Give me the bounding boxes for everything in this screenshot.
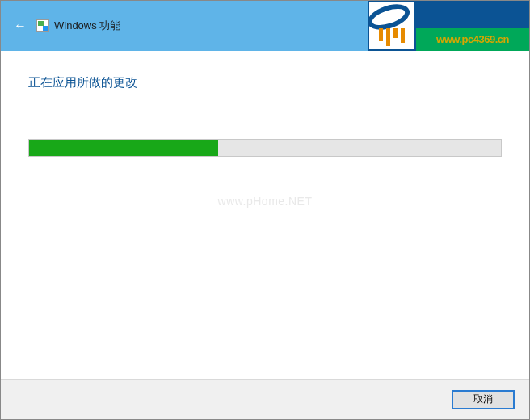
content-area: 正在应用所做的更改 [1,51,529,157]
logo-url: www.pc4369.cn [416,28,529,51]
progress-fill [29,140,218,156]
watermark-text: www.pHome.NET [218,195,313,208]
cancel-button[interactable]: 取消 [452,390,515,410]
window-title: Windows 功能 [54,19,120,33]
progress-bar [28,139,502,157]
footer-bar: 取消 [1,379,529,419]
logo-graphic [368,1,416,51]
titlebar: ← Windows 功能 www.pc4369.cn [1,1,529,51]
logo-text-block: www.pc4369.cn [416,1,529,51]
site-logo: www.pc4369.cn [368,1,529,51]
status-heading: 正在应用所做的更改 [28,75,502,90]
back-arrow-icon[interactable]: ← [12,18,28,34]
windows-features-icon [36,19,49,32]
